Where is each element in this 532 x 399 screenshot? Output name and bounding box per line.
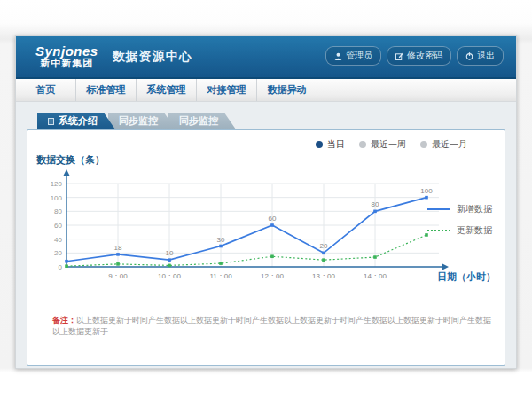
header-actions: 管理员 修改密码 退出 (325, 46, 504, 66)
legend-line-solid-icon (427, 208, 450, 210)
tab-label: 同步监控 (179, 114, 218, 128)
app-window: Synjones 新中新集团 数据资源中心 管理员 修改密码 退出 (15, 35, 517, 369)
tab-system-intro[interactable]: 系统介绍 (37, 113, 115, 129)
user-button-label: 管理员 (346, 50, 372, 62)
svg-text:60: 60 (54, 222, 62, 230)
nav-item-home[interactable]: 首页 (16, 79, 76, 101)
page: Synjones 新中新集团 数据资源中心 管理员 修改密码 退出 (0, 0, 532, 399)
app-title: 数据资源中心 (113, 49, 192, 65)
svg-text:20: 20 (54, 249, 62, 257)
svg-text:12：00: 12：00 (261, 272, 284, 280)
x-axis-title: 日期（小时） (437, 270, 496, 284)
legend-line-dotted-icon (427, 230, 450, 231)
document-icon (48, 118, 54, 125)
tab-label: 系统介绍 (59, 114, 98, 128)
tab-sync-monitor-1[interactable]: 同步监控 (108, 113, 176, 129)
svg-text:10：00: 10：00 (158, 272, 181, 280)
logo: Synjones 新中新集团 (35, 44, 98, 68)
svg-text:18: 18 (114, 244, 122, 252)
app-header: Synjones 新中新集团 数据资源中心 管理员 修改密码 退出 (16, 36, 516, 79)
nav-item-interface-mgmt[interactable]: 对接管理 (197, 79, 257, 101)
svg-text:14：00: 14：00 (364, 272, 387, 280)
svg-text:10: 10 (166, 249, 174, 257)
radio-last-week[interactable]: 最近一周 (359, 138, 406, 151)
radio-last-month[interactable]: 最近一月 (420, 138, 467, 151)
svg-text:80: 80 (54, 207, 62, 215)
user-button[interactable]: 管理员 (325, 46, 381, 66)
power-icon (466, 52, 473, 60)
y-axis-title: 数据交换（条） (36, 153, 105, 167)
radio-dot (316, 141, 323, 148)
legend-label: 新增数据 (457, 203, 492, 215)
radio-today[interactable]: 当日 (316, 138, 345, 151)
svg-text:60: 60 (269, 215, 277, 223)
nav-item-standard-mgmt[interactable]: 标准管理 (76, 79, 137, 101)
tab-bar: 系统介绍 同步监控 同步监控 (37, 113, 505, 129)
logout-button[interactable]: 退出 (457, 46, 504, 66)
svg-text:100: 100 (420, 187, 433, 195)
svg-text:120: 120 (51, 180, 63, 188)
time-range-filters: 当日 最近一周 最近一月 (316, 138, 467, 151)
legend-label: 更新数据 (457, 224, 492, 237)
nav-item-data-change[interactable]: 数据异动 (257, 79, 317, 101)
line-chart: 0204060801001209：0010：0011：0012：0013：001… (49, 168, 457, 287)
svg-text:40: 40 (54, 236, 62, 244)
content-area: 系统介绍 同步监控 同步监控 当日 最近一周 (16, 102, 516, 367)
window-footer (16, 367, 516, 370)
logo-secondary: 新中新集团 (35, 59, 98, 69)
change-password-label: 修改密码 (407, 50, 442, 62)
svg-text:100: 100 (51, 194, 63, 202)
chart-container: 0204060801001209：0010：0011：0012：0013：001… (49, 168, 457, 291)
svg-text:80: 80 (372, 200, 379, 208)
radio-dot (359, 141, 366, 148)
tab-sync-monitor-2[interactable]: 同步监控 (168, 113, 236, 129)
logout-label: 退出 (477, 50, 495, 62)
svg-text:0: 0 (59, 263, 63, 271)
logo-primary: Synjones (35, 44, 98, 59)
radio-label: 当日 (327, 138, 345, 151)
radio-dot (420, 141, 427, 148)
footnote-label: 备注： (52, 316, 76, 325)
radio-label: 最近一月 (432, 138, 467, 151)
change-password-button[interactable]: 修改密码 (387, 46, 451, 66)
svg-text:20: 20 (320, 242, 328, 250)
svg-text:9：00: 9：00 (108, 272, 128, 280)
footnote: 备注：以上数据更新于时间产生数据以上数据更新于时间产生数据以上数据更新于时间产生… (52, 315, 492, 337)
tab-label: 同步监控 (119, 114, 158, 128)
svg-text:30: 30 (217, 236, 225, 244)
chart-legend: 新增数据 更新数据 (427, 203, 492, 237)
edit-icon (395, 52, 403, 60)
user-icon (334, 52, 342, 60)
footnote-text: 以上数据更新于时间产生数据以上数据更新于时间产生数据以上数据更新于时间产生数据以… (52, 316, 491, 336)
main-nav: 首页 标准管理 系统管理 对接管理 数据异动 (16, 79, 516, 102)
svg-text:11：00: 11：00 (209, 272, 232, 280)
chart-panel: 当日 最近一周 最近一月 数据交换（条） 0204060801001209：00… (27, 129, 505, 366)
radio-label: 最近一周 (371, 138, 406, 151)
legend-item-new-data: 新增数据 (427, 203, 492, 215)
svg-text:13：00: 13：00 (312, 272, 335, 280)
nav-item-system-mgmt[interactable]: 系统管理 (137, 79, 197, 101)
legend-item-updated-data: 更新数据 (427, 224, 492, 237)
